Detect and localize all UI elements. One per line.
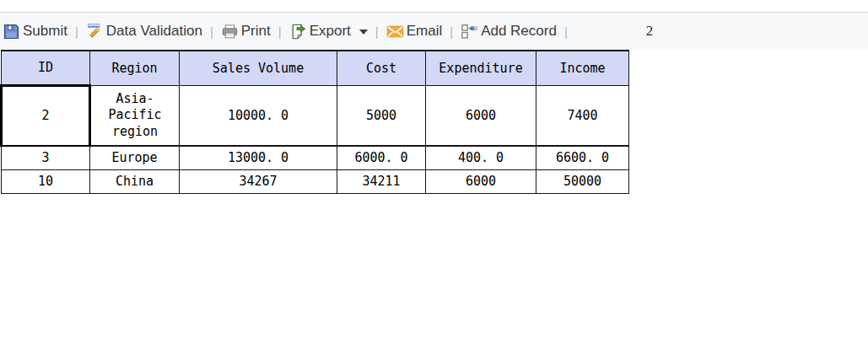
submit-button[interactable]: Submit (3, 23, 67, 40)
chevron-down-icon (359, 30, 368, 35)
data-validation-button[interactable]: Data Validation (86, 23, 202, 40)
add-record-button[interactable]: Add Record (461, 23, 557, 40)
header-row: ID Region Sales Volume Cost Expenditure … (2, 51, 629, 85)
cell-cost[interactable]: 5000 (337, 85, 426, 146)
cell-expenditure[interactable]: 400. 0 (426, 146, 536, 169)
column-header-expenditure: Expenditure (426, 51, 536, 85)
cell-expenditure[interactable]: 6000 (426, 85, 536, 146)
cell-sales-volume[interactable]: 13000. 0 (180, 146, 337, 169)
add-record-icon (461, 23, 478, 40)
cell-sales-volume[interactable]: 34267 (180, 169, 337, 193)
export-button[interactable]: Export (289, 23, 368, 40)
export-label: Export (310, 23, 351, 40)
floppy-disk-icon (3, 23, 20, 40)
export-page-icon (289, 23, 307, 40)
cell-income[interactable]: 6600. 0 (536, 146, 629, 169)
cell-expenditure[interactable]: 6000 (426, 169, 536, 193)
toolbar-separator: | (75, 24, 78, 39)
cell-id[interactable]: 10 (2, 169, 90, 193)
column-header-sales-volume: Sales Volume (180, 51, 337, 85)
print-button[interactable]: Print (221, 23, 271, 40)
table-row: 3 Europe 13000. 0 6000. 0 400. 0 6600. 0 (2, 146, 629, 169)
toolbar: Submit | Data Validation | (0, 12, 868, 50)
data-validation-label: Data Validation (106, 23, 202, 40)
toolbar-separator: | (210, 24, 213, 39)
cell-cost[interactable]: 6000. 0 (337, 146, 426, 169)
column-header-income: Income (536, 51, 629, 85)
add-record-label: Add Record (481, 23, 557, 40)
email-label: Email (407, 23, 443, 40)
printer-icon (221, 23, 239, 40)
toolbar-separator: | (564, 24, 568, 39)
email-button[interactable]: Email (386, 23, 443, 40)
envelope-icon (386, 23, 404, 40)
column-header-region: Region (90, 51, 180, 85)
print-label: Print (241, 23, 271, 40)
cell-sales-volume[interactable]: 10000. 0 (180, 85, 337, 146)
table-row: 2 Asia- Pacific region 10000. 0 5000 600… (2, 85, 629, 146)
selected-cell-id[interactable]: 2 (2, 85, 90, 146)
column-header-cost: Cost (337, 51, 426, 85)
cell-region[interactable]: Europe (90, 146, 180, 169)
record-indicator: 2 (646, 23, 654, 40)
cell-income[interactable]: 50000 (536, 169, 629, 193)
cell-income[interactable]: 7400 (536, 85, 629, 146)
cell-cost[interactable]: 34211 (337, 169, 426, 193)
cell-region[interactable]: China (90, 169, 180, 193)
toolbar-separator: | (278, 24, 282, 39)
submit-label: Submit (23, 23, 67, 40)
table-row: 10 China 34267 34211 6000 50000 (2, 169, 629, 193)
magic-wand-icon (86, 23, 104, 40)
cell-region[interactable]: Asia- Pacific region (90, 85, 180, 146)
toolbar-separator: | (375, 24, 379, 39)
records-table: ID Region Sales Volume Cost Expenditure … (0, 50, 629, 194)
cell-id[interactable]: 3 (2, 146, 90, 169)
column-header-id: ID (2, 51, 90, 85)
toolbar-separator: | (450, 24, 453, 39)
